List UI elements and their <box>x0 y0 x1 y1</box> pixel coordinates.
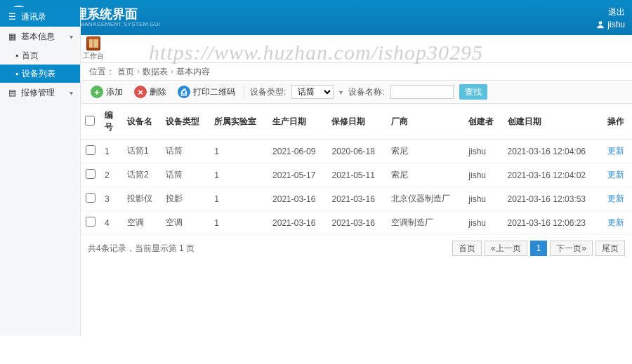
dot-icon: ▪ <box>15 69 18 79</box>
device-table: 编号 设备名 设备类型 所属实验室 生产日期 保修日期 厂商 创建者 创建日期 … <box>81 104 632 235</box>
table-row: 1话筒1话筒12021-06-092020-06-18索尼jishu2021-0… <box>81 140 632 163</box>
page-next[interactable]: 下一页» <box>550 241 593 256</box>
svg-point-3 <box>599 21 603 25</box>
tabbar: 工作台 <box>0 35 632 63</box>
plus-icon: + <box>91 86 103 98</box>
page-prev[interactable]: «上一页 <box>485 241 527 256</box>
breadcrumb-basic: 基本内容 <box>176 66 210 78</box>
app-header: 信息管理系统界面 INFORMATION MANAGEMENT SYSTEM G… <box>0 0 632 35</box>
sidebar-section-basic[interactable]: ▦ 基本信息 ▾ <box>0 27 80 46</box>
pager: 首页 «上一页 1 下一页» 尾页 <box>452 241 625 256</box>
contacts-icon: ☰ <box>7 12 17 22</box>
record-summary: 共4条记录，当前显示第 1 页 <box>88 243 195 255</box>
page-first[interactable]: 首页 <box>452 241 482 256</box>
sidebar-section-repair[interactable]: ▤ 报修管理 ▾ <box>0 83 80 102</box>
breadcrumb-home[interactable]: 首页 <box>117 66 134 78</box>
chevron-down-icon: ▾ <box>70 89 73 97</box>
update-link[interactable]: 更新 <box>603 140 632 163</box>
row-checkbox[interactable] <box>86 193 96 203</box>
select-all-checkbox[interactable] <box>85 116 95 126</box>
add-button[interactable]: + 添加 <box>88 84 126 100</box>
chevron-down-icon: ▾ <box>339 88 343 96</box>
grid-icon: ▦ <box>7 32 17 41</box>
row-checkbox[interactable] <box>86 217 96 227</box>
sidebar-item-home[interactable]: ▪ 首页 <box>0 46 80 65</box>
print-icon: ⎙ <box>178 86 190 98</box>
update-link[interactable]: 更新 <box>603 163 632 187</box>
doc-icon: ▤ <box>7 88 17 97</box>
logout-link[interactable]: 退出 <box>595 6 625 18</box>
delete-button[interactable]: × 删除 <box>131 84 169 100</box>
page-last[interactable]: 尾页 <box>595 241 625 256</box>
table-header-row: 编号 设备名 设备类型 所属实验室 生产日期 保修日期 厂商 创建者 创建日期 … <box>81 104 632 140</box>
table-row: 2话筒2话筒12021-05-172021-05-11索尼jishu2021-0… <box>81 163 632 187</box>
table-footer: 共4条记录，当前显示第 1 页 首页 «上一页 1 下一页» 尾页 <box>81 235 632 262</box>
sidebar: ☰ 通讯录 ▦ 基本信息 ▾ ▪ 首页 ▪ 设备列表 ▤ 报修管理 ▾ <box>0 7 81 336</box>
main-content: 工作台 位置： 首页 › 数据表 › 基本内容 + 添加 × 删除 ⎙ 打印二维… <box>81 35 632 364</box>
update-link[interactable]: 更新 <box>603 211 632 235</box>
device-type-select[interactable]: 话筒 <box>291 85 334 99</box>
row-checkbox[interactable] <box>86 145 96 155</box>
page-1[interactable]: 1 <box>530 241 548 256</box>
user-menu[interactable]: jishu <box>595 20 625 29</box>
user-name: jishu <box>607 20 625 29</box>
dot-icon: ▪ <box>15 50 18 60</box>
x-icon: × <box>134 86 147 98</box>
sidebar-item-device-list[interactable]: ▪ 设备列表 <box>0 65 80 83</box>
user-icon <box>595 20 605 29</box>
table-row: 3投影仪投影12021-03-162021-03-16北京仪器制造厂jishu2… <box>81 187 632 211</box>
breadcrumb-data[interactable]: 数据表 <box>143 66 168 78</box>
type-label: 设备类型: <box>250 86 286 98</box>
search-button[interactable]: 查找 <box>459 84 487 100</box>
print-qr-button[interactable]: ⎙ 打印二维码 <box>175 84 238 100</box>
chevron-down-icon: ▾ <box>70 33 73 41</box>
device-name-input[interactable] <box>390 85 454 99</box>
sidebar-section-contacts[interactable]: ☰ 通讯录 <box>0 7 80 27</box>
breadcrumb: 位置： 首页 › 数据表 › 基本内容 <box>81 63 632 80</box>
update-link[interactable]: 更新 <box>603 187 632 211</box>
table-row: 4空调空调12021-03-162021-03-16空调制造厂jishu2021… <box>81 211 632 235</box>
workbench-icon <box>86 36 100 50</box>
name-label: 设备名称: <box>348 86 384 98</box>
toolbar: + 添加 × 删除 ⎙ 打印二维码 设备类型: 话筒 ▾ 设备名称: 查找 <box>81 80 632 104</box>
row-checkbox[interactable] <box>86 169 96 179</box>
tab-workbench[interactable]: 工作台 <box>81 36 106 62</box>
